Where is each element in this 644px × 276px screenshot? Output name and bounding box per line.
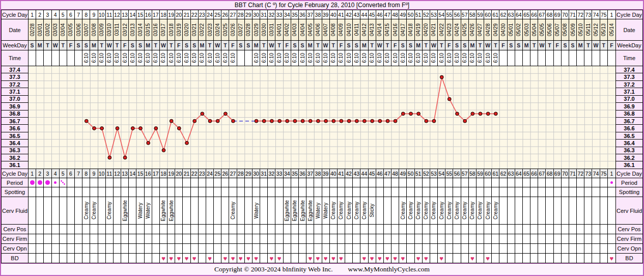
date-value: 03/29 — [254, 23, 259, 36]
period-dot-icon — [610, 181, 613, 184]
date-value: 05/07 — [554, 23, 560, 36]
cerv-firm-cell — [44, 234, 51, 243]
cerv-firm-cell — [453, 234, 461, 243]
spotting-cell — [199, 187, 206, 197]
date-label-left: Date — [2, 19, 29, 40]
weekday-cell: S — [129, 41, 136, 50]
spotting-cell — [438, 187, 445, 197]
date-cell: 04/18 — [407, 19, 414, 40]
period-cell — [538, 178, 546, 187]
cycle-day-cell: 26 — [221, 10, 229, 19]
date-value: 03/15 — [145, 23, 151, 36]
cerv-firm-cell — [469, 234, 477, 243]
cerv-opn-cell — [508, 244, 515, 253]
cerv-opn-cell — [546, 244, 553, 253]
cerv-pos-label-left: Cerv Pos — [2, 225, 29, 234]
date-cell: 05/09 — [569, 19, 577, 40]
bd-heart-icon: ♥ — [270, 255, 274, 262]
cycle-day-cell: 64 — [515, 10, 523, 19]
cycle-day-cell: 71 — [569, 10, 577, 19]
cerv-fluid-cell — [114, 197, 121, 224]
time-cell: 6:10 — [376, 50, 384, 66]
spotting-cell — [191, 187, 199, 197]
cerv-fluid-cell — [600, 197, 608, 224]
time-cell — [508, 50, 515, 66]
bd-cell — [291, 254, 299, 263]
temp-axis-label: 37.0 — [616, 96, 642, 103]
weekday-cell: S — [82, 41, 90, 50]
cerv-fluid-cell: Creamy — [90, 197, 98, 224]
bd-cell — [75, 254, 82, 263]
date-value: 04/24 — [454, 23, 460, 36]
cycle-day-cell: 71 — [569, 169, 577, 178]
cerv-pos-cell — [152, 225, 160, 234]
date-cell: 03/22 — [199, 19, 206, 40]
cycle-day-cell: 30 — [253, 169, 260, 178]
time-value: 6:10 — [300, 53, 305, 63]
weekday-label-left: WeekDay — [2, 41, 29, 50]
cerv-pos-cell — [206, 225, 214, 234]
cycle-day-cell: 67 — [538, 10, 546, 19]
cerv-firm-cell — [90, 234, 98, 243]
cerv-pos-cell — [82, 225, 90, 234]
cerv-pos-cell — [423, 225, 430, 234]
cerv-pos-cell — [260, 225, 268, 234]
weekday-cell: M — [90, 41, 98, 50]
cerv-firm-cell — [477, 234, 484, 243]
spotting-cell — [546, 187, 553, 197]
time-value: 6:10 — [83, 53, 89, 63]
cerv-firm-cell — [136, 234, 144, 243]
cerv-fluid-cell: Creamy — [360, 197, 368, 224]
cerv-pos-cell — [353, 225, 360, 234]
time-value: 6:10 — [114, 53, 120, 63]
cerv-opn-cell — [237, 244, 245, 253]
date-value: 04/06 — [315, 23, 321, 36]
cerv-pos-cell — [577, 225, 584, 234]
date-cell: 03/05 — [67, 19, 75, 40]
bd-cell: ♥ — [399, 254, 407, 263]
bd-cell — [445, 254, 453, 263]
time-value: 6:10 — [261, 53, 267, 63]
period-cell — [360, 178, 368, 187]
bd-cell — [60, 254, 67, 263]
cerv-opn-cell — [523, 244, 530, 253]
spotting-cell — [268, 187, 275, 197]
cerv-opn-cell — [136, 244, 144, 253]
cycle-day-cell: 60 — [484, 169, 492, 178]
spotting-cell — [129, 187, 136, 197]
cerv-opn-cell — [52, 244, 60, 253]
date-cell: 04/04 — [299, 19, 306, 40]
bd-cell — [562, 254, 569, 263]
temp-axis-label: 36.4 — [2, 140, 28, 147]
cerv-fluid-cell — [530, 197, 538, 224]
date-value: 03/20 — [184, 23, 189, 36]
bd-label-left: BD — [2, 254, 29, 263]
spotting-cell — [484, 187, 492, 197]
cerv-fluid-value: Creamy — [454, 202, 460, 219]
weekday-cell: S — [136, 41, 144, 50]
bd-cell — [106, 254, 114, 263]
bd-cell — [499, 254, 507, 263]
cerv-fluid-value: Creamy — [439, 202, 444, 219]
date-cell: 03/11 — [114, 19, 121, 40]
bd-cell: ♥ — [221, 254, 229, 263]
temp-axis-label: 36.5 — [2, 132, 28, 140]
cycle-day-cell: 1 — [608, 169, 615, 178]
date-value: 04/19 — [415, 23, 421, 36]
spotting-cell — [75, 187, 82, 197]
cerv-fluid-cell — [129, 197, 136, 224]
date-value: 05/03 — [524, 23, 529, 36]
period-cell — [82, 178, 90, 187]
cerv-opn-cell — [592, 244, 600, 253]
cerv-opn-cell — [554, 244, 562, 253]
cerv-pos-cell — [399, 225, 407, 234]
cerv-opn-cell — [530, 244, 538, 253]
period-cell — [492, 178, 499, 187]
cerv-firm-cell — [492, 234, 499, 243]
date-value: 04/27 — [477, 23, 483, 36]
cerv-opn-cell — [129, 244, 136, 253]
time-cell: 6:10 — [214, 50, 221, 66]
weekday-cells: SMTWTFSSMTWTFSSMTWTFSSMTWTFSSMTWTFSSMTWT… — [29, 41, 615, 50]
cerv-pos-cell — [360, 225, 368, 234]
weekday-cell: F — [445, 41, 453, 50]
